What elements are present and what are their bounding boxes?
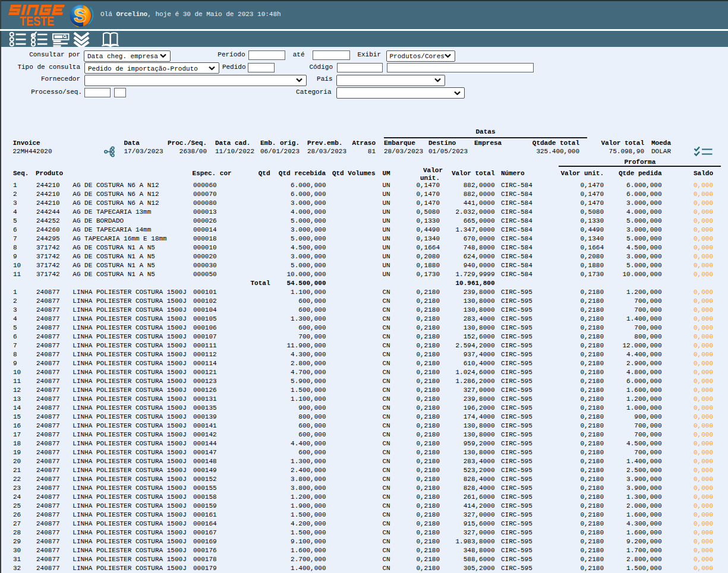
svg-text:S: S xyxy=(74,5,86,26)
